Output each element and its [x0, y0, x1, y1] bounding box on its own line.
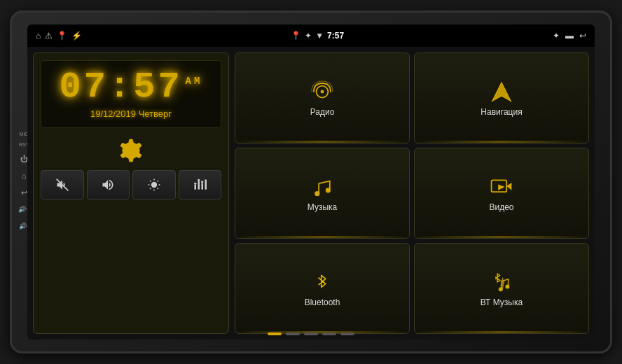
screen: ⌂ ⚠ 📍 ⚡ 📍 ✦ ▼ 7:57 ✦ ▬ ↩	[27, 24, 595, 340]
home-status-icon: ⌂	[36, 31, 41, 41]
status-right: ✦ ▬ ↩	[553, 31, 586, 41]
app-tile-bluetooth[interactable]: Bluetooth	[235, 243, 410, 334]
pagination	[268, 332, 354, 335]
svg-point-23	[326, 188, 331, 192]
status-time: 7:57	[327, 31, 344, 41]
app-tile-navigation[interactable]: Навигация	[414, 52, 589, 144]
warning-icon: ⚠	[45, 31, 53, 41]
svg-rect-13	[202, 183, 204, 190]
music-label: Музыка	[307, 202, 337, 212]
clock-time: 07:57AM	[47, 69, 215, 106]
svg-point-16	[198, 179, 200, 181]
bt-music-label: ВТ Музыка	[481, 298, 523, 307]
bluetooth-status-icon: ✦	[305, 31, 312, 41]
music-icon	[310, 174, 335, 200]
clock-ampm: AM	[186, 76, 203, 87]
svg-point-15	[194, 183, 196, 185]
main-content: 07:57AM 19/12/2019 Четверг	[27, 47, 595, 340]
app-grid: Радио Навигация	[235, 52, 589, 334]
device: MIC RST ⏻ ⌂ ↩ 🔊+ 🔊- ⌂ ⚠ 📍 ⚡ 📍 ✦ ▼ 7:57 ✦	[10, 10, 612, 354]
svg-point-28	[505, 285, 509, 289]
pagination-dot-5[interactable]	[340, 332, 354, 335]
app-tile-music[interactable]: Музыка	[235, 148, 410, 239]
bluetooth-label: Bluetooth	[305, 298, 340, 307]
gps-icon: 📍	[291, 31, 301, 41]
svg-line-7	[150, 181, 151, 181]
status-center: 📍 ✦ ▼ 7:57	[291, 31, 344, 41]
svg-rect-12	[198, 181, 200, 190]
svg-marker-20	[492, 83, 511, 101]
pagination-dot-4[interactable]	[322, 332, 336, 335]
battery-icon: ▬	[565, 31, 574, 41]
brightness-icon: ✦	[553, 31, 560, 41]
clock-settings[interactable]	[41, 138, 221, 163]
svg-line-8	[157, 188, 158, 189]
app-tile-radio[interactable]: Радио	[235, 52, 410, 144]
pagination-dot-3[interactable]	[304, 332, 318, 335]
location-icon: 📍	[57, 31, 67, 41]
svg-marker-25	[506, 183, 511, 190]
video-label: Видео	[489, 202, 513, 212]
speaker-button[interactable]	[87, 170, 130, 200]
bluetooth-icon	[310, 270, 335, 295]
mute-button[interactable]	[41, 170, 84, 200]
svg-point-17	[201, 181, 203, 183]
svg-point-19	[321, 90, 324, 94]
pagination-dot-1[interactable]	[268, 332, 282, 335]
clock-display: 07:57AM 19/12/2019 Четверг	[41, 60, 221, 128]
clock-date: 19/12/2019 Четверг	[47, 108, 215, 119]
app-tile-bt-music[interactable]: ВТ Музыка	[414, 243, 589, 334]
video-icon	[489, 174, 514, 200]
bt-music-icon	[489, 270, 514, 295]
equalizer-button[interactable]	[179, 170, 222, 200]
radio-icon	[310, 79, 335, 104]
clock-bottom-controls	[41, 170, 221, 200]
back-nav-icon: ↩	[579, 31, 586, 41]
clock-panel: 07:57AM 19/12/2019 Четверг	[33, 52, 229, 334]
svg-marker-26	[498, 184, 505, 190]
navigation-label: Навигация	[481, 107, 522, 117]
navigation-icon	[489, 79, 514, 104]
svg-rect-11	[195, 185, 197, 190]
radio-label: Радио	[310, 107, 335, 117]
svg-point-22	[315, 191, 319, 196]
svg-point-2	[151, 182, 157, 188]
usb-icon: ⚡	[71, 31, 82, 41]
svg-line-9	[150, 188, 151, 189]
status-left: ⌂ ⚠ 📍 ⚡	[36, 31, 82, 41]
app-tile-video[interactable]: Видео	[414, 148, 589, 239]
status-bar: ⌂ ⚠ 📍 ⚡ 📍 ✦ ▼ 7:57 ✦ ▬ ↩	[27, 24, 595, 47]
brightness-button[interactable]	[132, 170, 176, 200]
svg-rect-14	[205, 180, 207, 190]
wifi-icon: ▼	[315, 31, 324, 41]
gear-icon	[118, 138, 144, 163]
pagination-dot-2[interactable]	[286, 332, 300, 335]
svg-point-27	[499, 287, 503, 291]
svg-line-10	[157, 181, 158, 181]
